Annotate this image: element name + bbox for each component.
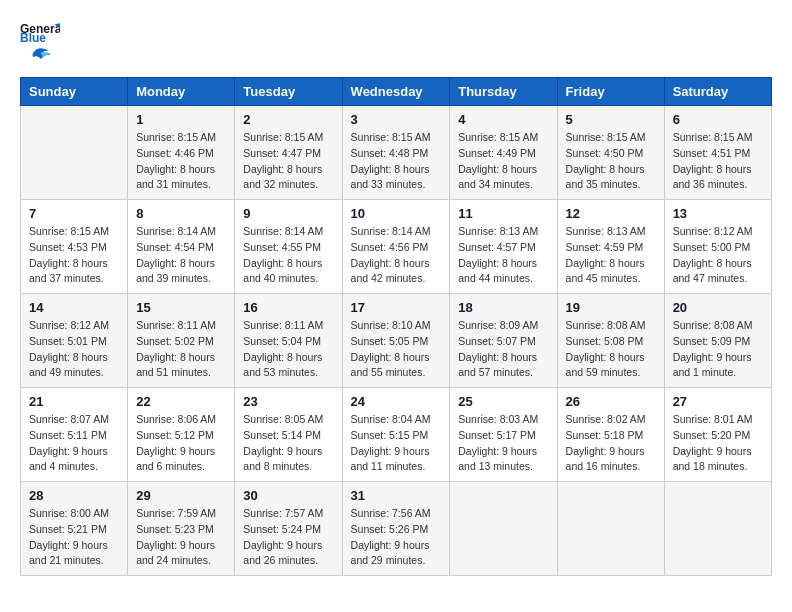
day-number: 27 — [673, 394, 763, 409]
day-number: 5 — [566, 112, 656, 127]
day-header-saturday: Saturday — [664, 78, 771, 106]
day-number: 13 — [673, 206, 763, 221]
calendar-cell: 8Sunrise: 8:14 AMSunset: 4:54 PMDaylight… — [128, 200, 235, 294]
day-number: 23 — [243, 394, 333, 409]
day-header-friday: Friday — [557, 78, 664, 106]
day-header-thursday: Thursday — [450, 78, 557, 106]
calendar-cell — [557, 482, 664, 576]
day-number: 4 — [458, 112, 548, 127]
day-number: 30 — [243, 488, 333, 503]
day-number: 26 — [566, 394, 656, 409]
page-header: General Blue — [20, 20, 772, 67]
day-number: 19 — [566, 300, 656, 315]
day-number: 2 — [243, 112, 333, 127]
day-info: Sunrise: 8:15 AMSunset: 4:50 PMDaylight:… — [566, 130, 656, 193]
calendar-cell: 18Sunrise: 8:09 AMSunset: 5:07 PMDayligh… — [450, 294, 557, 388]
day-number: 6 — [673, 112, 763, 127]
day-info: Sunrise: 8:15 AMSunset: 4:49 PMDaylight:… — [458, 130, 548, 193]
svg-text:Blue: Blue — [20, 31, 46, 45]
calendar-cell: 3Sunrise: 8:15 AMSunset: 4:48 PMDaylight… — [342, 106, 450, 200]
day-number: 1 — [136, 112, 226, 127]
day-number: 22 — [136, 394, 226, 409]
day-info: Sunrise: 8:13 AMSunset: 4:57 PMDaylight:… — [458, 224, 548, 287]
day-info: Sunrise: 8:11 AMSunset: 5:02 PMDaylight:… — [136, 318, 226, 381]
day-number: 8 — [136, 206, 226, 221]
day-header-tuesday: Tuesday — [235, 78, 342, 106]
day-header-monday: Monday — [128, 78, 235, 106]
day-info: Sunrise: 8:02 AMSunset: 5:18 PMDaylight:… — [566, 412, 656, 475]
day-info: Sunrise: 8:01 AMSunset: 5:20 PMDaylight:… — [673, 412, 763, 475]
calendar-cell: 11Sunrise: 8:13 AMSunset: 4:57 PMDayligh… — [450, 200, 557, 294]
calendar-cell: 12Sunrise: 8:13 AMSunset: 4:59 PMDayligh… — [557, 200, 664, 294]
day-info: Sunrise: 8:14 AMSunset: 4:56 PMDaylight:… — [351, 224, 442, 287]
day-number: 16 — [243, 300, 333, 315]
day-info: Sunrise: 8:15 AMSunset: 4:53 PMDaylight:… — [29, 224, 119, 287]
calendar-table: SundayMondayTuesdayWednesdayThursdayFrid… — [20, 77, 772, 576]
day-header-wednesday: Wednesday — [342, 78, 450, 106]
calendar-cell: 25Sunrise: 8:03 AMSunset: 5:17 PMDayligh… — [450, 388, 557, 482]
day-number: 17 — [351, 300, 442, 315]
calendar-cell: 20Sunrise: 8:08 AMSunset: 5:09 PMDayligh… — [664, 294, 771, 388]
calendar-cell: 21Sunrise: 8:07 AMSunset: 5:11 PMDayligh… — [21, 388, 128, 482]
day-number: 28 — [29, 488, 119, 503]
calendar-cell: 17Sunrise: 8:10 AMSunset: 5:05 PMDayligh… — [342, 294, 450, 388]
calendar-cell — [21, 106, 128, 200]
day-info: Sunrise: 7:57 AMSunset: 5:24 PMDaylight:… — [243, 506, 333, 569]
calendar-cell: 13Sunrise: 8:12 AMSunset: 5:00 PMDayligh… — [664, 200, 771, 294]
day-number: 12 — [566, 206, 656, 221]
day-info: Sunrise: 8:12 AMSunset: 5:01 PMDaylight:… — [29, 318, 119, 381]
day-info: Sunrise: 8:15 AMSunset: 4:46 PMDaylight:… — [136, 130, 226, 193]
day-info: Sunrise: 8:04 AMSunset: 5:15 PMDaylight:… — [351, 412, 442, 475]
day-info: Sunrise: 8:11 AMSunset: 5:04 PMDaylight:… — [243, 318, 333, 381]
day-info: Sunrise: 8:07 AMSunset: 5:11 PMDaylight:… — [29, 412, 119, 475]
calendar-cell — [664, 482, 771, 576]
calendar-cell: 14Sunrise: 8:12 AMSunset: 5:01 PMDayligh… — [21, 294, 128, 388]
day-number: 7 — [29, 206, 119, 221]
day-info: Sunrise: 8:08 AMSunset: 5:09 PMDaylight:… — [673, 318, 763, 381]
day-info: Sunrise: 8:10 AMSunset: 5:05 PMDaylight:… — [351, 318, 442, 381]
day-number: 29 — [136, 488, 226, 503]
calendar-cell: 24Sunrise: 8:04 AMSunset: 5:15 PMDayligh… — [342, 388, 450, 482]
day-info: Sunrise: 8:06 AMSunset: 5:12 PMDaylight:… — [136, 412, 226, 475]
day-number: 15 — [136, 300, 226, 315]
day-info: Sunrise: 8:13 AMSunset: 4:59 PMDaylight:… — [566, 224, 656, 287]
day-info: Sunrise: 8:15 AMSunset: 4:51 PMDaylight:… — [673, 130, 763, 193]
calendar-cell: 1Sunrise: 8:15 AMSunset: 4:46 PMDaylight… — [128, 106, 235, 200]
day-number: 10 — [351, 206, 442, 221]
calendar-cell: 16Sunrise: 8:11 AMSunset: 5:04 PMDayligh… — [235, 294, 342, 388]
day-info: Sunrise: 8:12 AMSunset: 5:00 PMDaylight:… — [673, 224, 763, 287]
calendar-cell: 6Sunrise: 8:15 AMSunset: 4:51 PMDaylight… — [664, 106, 771, 200]
calendar-cell: 29Sunrise: 7:59 AMSunset: 5:23 PMDayligh… — [128, 482, 235, 576]
calendar-cell: 26Sunrise: 8:02 AMSunset: 5:18 PMDayligh… — [557, 388, 664, 482]
day-info: Sunrise: 8:08 AMSunset: 5:08 PMDaylight:… — [566, 318, 656, 381]
day-info: Sunrise: 8:14 AMSunset: 4:54 PMDaylight:… — [136, 224, 226, 287]
calendar-cell: 28Sunrise: 8:00 AMSunset: 5:21 PMDayligh… — [21, 482, 128, 576]
day-number: 21 — [29, 394, 119, 409]
calendar-cell: 27Sunrise: 8:01 AMSunset: 5:20 PMDayligh… — [664, 388, 771, 482]
day-number: 14 — [29, 300, 119, 315]
calendar-cell: 9Sunrise: 8:14 AMSunset: 4:55 PMDaylight… — [235, 200, 342, 294]
day-number: 24 — [351, 394, 442, 409]
day-info: Sunrise: 8:03 AMSunset: 5:17 PMDaylight:… — [458, 412, 548, 475]
day-number: 9 — [243, 206, 333, 221]
day-number: 11 — [458, 206, 548, 221]
day-info: Sunrise: 8:15 AMSunset: 4:47 PMDaylight:… — [243, 130, 333, 193]
calendar-cell: 23Sunrise: 8:05 AMSunset: 5:14 PMDayligh… — [235, 388, 342, 482]
calendar-cell: 2Sunrise: 8:15 AMSunset: 4:47 PMDaylight… — [235, 106, 342, 200]
calendar-cell: 7Sunrise: 8:15 AMSunset: 4:53 PMDaylight… — [21, 200, 128, 294]
logo: General Blue — [20, 20, 60, 67]
day-number: 18 — [458, 300, 548, 315]
day-number: 20 — [673, 300, 763, 315]
day-number: 3 — [351, 112, 442, 127]
day-info: Sunrise: 8:14 AMSunset: 4:55 PMDaylight:… — [243, 224, 333, 287]
calendar-cell: 19Sunrise: 8:08 AMSunset: 5:08 PMDayligh… — [557, 294, 664, 388]
calendar-cell: 15Sunrise: 8:11 AMSunset: 5:02 PMDayligh… — [128, 294, 235, 388]
day-info: Sunrise: 7:56 AMSunset: 5:26 PMDaylight:… — [351, 506, 442, 569]
day-info: Sunrise: 8:09 AMSunset: 5:07 PMDaylight:… — [458, 318, 548, 381]
calendar-cell: 4Sunrise: 8:15 AMSunset: 4:49 PMDaylight… — [450, 106, 557, 200]
calendar-cell — [450, 482, 557, 576]
day-number: 25 — [458, 394, 548, 409]
calendar-cell: 5Sunrise: 8:15 AMSunset: 4:50 PMDaylight… — [557, 106, 664, 200]
calendar-cell: 22Sunrise: 8:06 AMSunset: 5:12 PMDayligh… — [128, 388, 235, 482]
day-info: Sunrise: 7:59 AMSunset: 5:23 PMDaylight:… — [136, 506, 226, 569]
